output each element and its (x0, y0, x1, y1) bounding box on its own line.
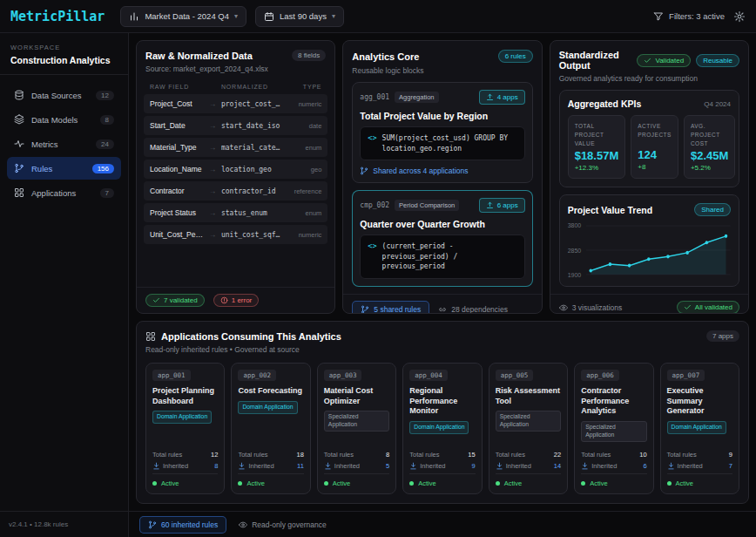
rule-title: Total Project Value by Region (360, 111, 524, 121)
sidebar-item-label: Data Sources (31, 91, 82, 100)
shared-rules-button[interactable]: 5 shared rules (352, 301, 429, 314)
chevron-down-icon: ▾ (332, 12, 335, 20)
field-row[interactable]: Unit_Cost_Per_SqFt → unit_cost_sqft_usd … (144, 225, 327, 244)
arrow-right-icon: → (207, 99, 218, 108)
dataset-dropdown[interactable]: Market Data - 2024 Q4 ▾ (120, 6, 246, 27)
application-card[interactable]: app_002 Cost Forecasting Domain Applicat… (231, 363, 310, 494)
application-card[interactable]: app_004 Regional Performance Monitor Dom… (402, 363, 482, 494)
sidebar-item[interactable]: Applications 7 (7, 181, 121, 204)
filters-label: Filters: 3 active (669, 11, 725, 21)
sidebar-item[interactable]: Rules 156 (7, 157, 121, 180)
daterange-dropdown[interactable]: Last 90 days ▾ (255, 6, 344, 27)
application-card[interactable]: app_005 Risk Assessment Tool Specialized… (489, 363, 568, 494)
sidebar-item-count: 8 (100, 115, 114, 125)
field-row[interactable]: Location_Name → location_geo geo (144, 160, 327, 179)
inherited-row: Inherited8 (152, 462, 218, 470)
inherited-value: 11 (297, 462, 304, 470)
status-dot (324, 481, 328, 486)
app-status: Active (409, 473, 475, 487)
filters-indicator[interactable]: Filters: 3 active (653, 11, 725, 22)
sidebar-item[interactable]: Metrics 24 (7, 133, 121, 155)
code-icon: <> (368, 241, 376, 272)
arrow-right-icon: → (207, 165, 218, 173)
apps-panel-title: Applications Consuming This Analytics (161, 331, 341, 342)
inherited-value: 14 (554, 462, 561, 470)
gear-icon (733, 10, 746, 23)
status-dot (581, 481, 585, 486)
app-id-badge: app_007 (667, 370, 705, 381)
app-id-badge: app_005 (496, 370, 534, 381)
metricpillar-app: MetricPillar Market Data - 2024 Q4 ▾ Las… (0, 0, 756, 537)
field-type: reference (285, 187, 321, 195)
app-id-badge: app_006 (581, 370, 619, 381)
logic-card[interactable]: agg_001 Aggregation 4 apps Total Project… (352, 82, 532, 183)
rule-id: cmp_002 (360, 201, 389, 209)
field-row[interactable]: Material_Type → material_category enum (144, 138, 327, 157)
app-status: Active (152, 473, 218, 487)
sidebar-item[interactable]: Data Sources 12 (7, 84, 121, 106)
bar-chart-icon (129, 11, 139, 22)
layers-icon (14, 114, 24, 125)
total-rules-value: 10 (639, 451, 646, 459)
application-card[interactable]: app_003 Material Cost Optimizer Speciali… (317, 363, 396, 494)
status-label: Active (333, 479, 350, 487)
sidebar: WORKSPACE Construction Analytics Data So… (0, 33, 129, 511)
inherit-arrow-icon (581, 462, 589, 470)
status-dot (409, 481, 414, 486)
total-rules-value: 22 (554, 451, 561, 459)
field-row[interactable]: Project_Cost → project_cost_usd numeric (144, 94, 327, 113)
workspace-label: WORKSPACE (10, 44, 118, 51)
field-row[interactable]: Start_Date → start_date_iso date (144, 116, 327, 135)
activity-icon (14, 139, 24, 149)
arrow-right-icon: → (207, 208, 218, 217)
total-rules-row: Total rules10 (581, 451, 646, 459)
app-logo: MetricPillar (10, 9, 105, 24)
app-name: Regional Performance Monitor (409, 386, 475, 417)
rule-apps-button[interactable]: 4 apps (479, 90, 525, 105)
total-rules-row: Total rules15 (409, 451, 475, 459)
application-card[interactable]: app_007 Executive Summary Generator Doma… (660, 363, 739, 494)
dataset-dropdown-label: Market Data - 2024 Q4 (145, 11, 229, 21)
field-row[interactable]: Project Status → status_enum enum (144, 203, 327, 222)
kpi-value: 124 (638, 148, 672, 161)
output-panel-title: Standardized Output (559, 50, 632, 71)
field-table-header: RAW FIELD NORMALIZED TYPE (137, 80, 334, 94)
rule-apps-button[interactable]: 6 apps (479, 198, 525, 213)
arrow-right-icon: → (207, 143, 218, 152)
logic-card[interactable]: cmp_002 Period Comparison 6 apps Quarter… (352, 190, 532, 287)
raw-field-name: Start_Date (150, 121, 204, 130)
col-normalized: NORMALIZED (221, 84, 281, 90)
settings-button[interactable] (733, 10, 746, 23)
app-status: Active (496, 473, 561, 487)
normalized-field-name: start_date_iso (221, 122, 281, 130)
application-card[interactable]: app_001 Project Planning Dashboard Domai… (145, 363, 225, 494)
application-card[interactable]: app_006 Contractor Performance Analytics… (574, 363, 653, 494)
error-badge[interactable]: 1 error (213, 294, 260, 307)
inherit-arrow-icon (152, 462, 160, 470)
app-type-badge: Specialized Application (581, 421, 646, 442)
app-type-badge: Domain Application (667, 421, 726, 434)
app-status: Active (324, 473, 389, 487)
analytics-core-panel: Analytics Core 6 rules Reusable logic bl… (342, 40, 542, 314)
total-rules-row: Total rules22 (496, 451, 561, 459)
rule-title: Quarter over Quarter Growth (360, 219, 524, 229)
status-dot (152, 481, 157, 486)
aggregated-kpis-card: Aggregated KPIs Q4 2024 TOTAL PROJECT VA… (559, 90, 739, 187)
kpi-delta: +12.3% (575, 164, 619, 172)
trend-chart (586, 222, 731, 278)
kpi-period-badge: Q4 2024 (704, 100, 731, 108)
shared-badge: Shared (694, 203, 731, 216)
apps-subtitle: Read-only inherited rules • Governed at … (137, 343, 748, 361)
sidebar-item[interactable]: Data Models 8 (7, 108, 121, 131)
normalized-field-name: contractor_id (221, 187, 281, 195)
normalized-field-name: unit_cost_sqft_usd (221, 231, 281, 239)
total-rules-value: 18 (297, 451, 304, 459)
inherited-rules-button[interactable]: 60 inherited rules (139, 516, 226, 534)
status-label: Active (418, 479, 435, 487)
code-icon: <> (368, 133, 376, 153)
field-row[interactable]: Contractor → contractor_id reference (144, 181, 327, 201)
rule-tag: Aggregation (395, 92, 438, 103)
analytics-subtitle: Reusable logic blocks (343, 65, 541, 82)
calendar-icon (264, 11, 274, 22)
sidebar-item-count: 12 (96, 91, 114, 100)
